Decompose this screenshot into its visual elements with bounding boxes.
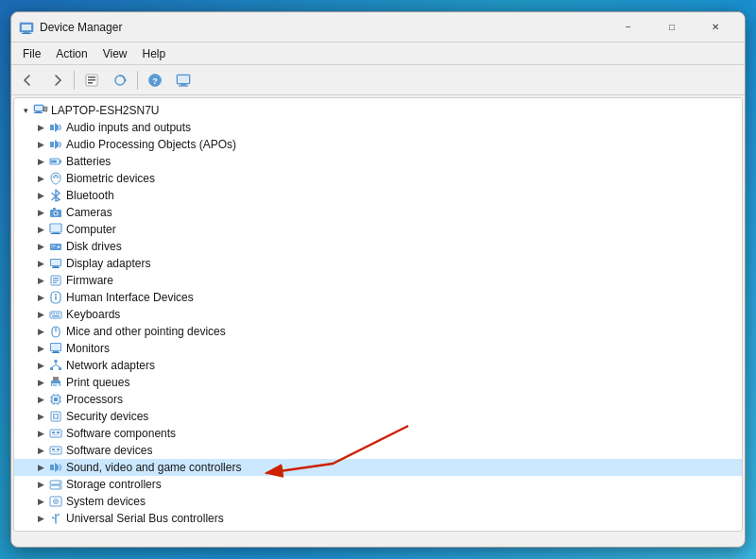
svg-point-58 xyxy=(55,329,57,330)
list-item[interactable]: ▶ Audio inputs and outputs xyxy=(14,119,742,136)
device-tree[interactable]: ▾ LAPTOP-ESH2SN7U xyxy=(13,97,743,532)
list-item[interactable]: ▶ Security devices xyxy=(14,408,742,425)
svg-rect-64 xyxy=(50,367,53,370)
expand-arrow[interactable]: ▶ xyxy=(33,324,48,339)
expand-arrow[interactable]: ▶ xyxy=(33,273,48,288)
item-label: Software components xyxy=(66,427,176,440)
item-label: Audio Processing Objects (APOs) xyxy=(66,138,236,151)
hid-icon xyxy=(48,290,63,305)
expand-arrow[interactable]: ▶ xyxy=(33,222,48,237)
svg-rect-107 xyxy=(52,517,54,519)
item-label: Processors xyxy=(66,393,123,406)
sound-icon xyxy=(48,460,63,475)
svg-rect-3 xyxy=(22,33,31,34)
expand-arrow[interactable]: ▶ xyxy=(33,426,48,441)
app-icon xyxy=(19,20,34,35)
list-item[interactable]: ▶ Biometric devices xyxy=(14,170,742,187)
item-label: Universal Serial Bus controllers xyxy=(66,512,224,525)
list-item[interactable]: ▶ Software devices xyxy=(14,442,742,459)
list-item[interactable]: ▶ Software components xyxy=(14,425,742,442)
expand-arrow[interactable]: ▶ xyxy=(33,409,48,424)
svg-rect-52 xyxy=(54,313,56,315)
expand-arrow[interactable]: ▶ xyxy=(33,460,48,475)
list-item[interactable]: ▶ Monitors xyxy=(14,340,742,357)
expand-arrow[interactable]: ▶ xyxy=(33,511,48,526)
close-button[interactable]: ✕ xyxy=(694,12,737,42)
svg-rect-23 xyxy=(50,142,54,147)
svg-rect-46 xyxy=(53,282,57,283)
expand-arrow[interactable]: ▶ xyxy=(33,307,48,322)
expand-arrow[interactable]: ▶ xyxy=(33,341,48,356)
biometric-icon xyxy=(48,171,63,186)
svg-rect-21 xyxy=(44,108,46,110)
svg-line-67 xyxy=(52,365,57,368)
item-label: System devices xyxy=(66,495,146,508)
svg-point-99 xyxy=(59,486,60,488)
expand-arrow[interactable]: ▶ xyxy=(33,171,48,186)
computer-icon xyxy=(33,103,48,118)
expand-arrow[interactable]: ▶ xyxy=(33,137,48,152)
list-item[interactable]: ▶ Universal Serial Bus controllers xyxy=(14,510,742,527)
help-button[interactable]: ? xyxy=(142,68,168,93)
list-item[interactable]: ▶ Mice and other pointing devices xyxy=(14,323,742,340)
toolbar-separator-2 xyxy=(137,71,138,90)
item-label: Keyboards xyxy=(66,308,120,321)
list-item[interactable]: ▶ Network adapters xyxy=(14,357,742,374)
list-item[interactable]: ▶ Firmware xyxy=(14,272,742,289)
menu-file[interactable]: File xyxy=(15,45,48,62)
toolbar-separator-1 xyxy=(74,71,75,90)
list-item[interactable]: ▶ System devices xyxy=(14,493,742,510)
expand-arrow[interactable]: ▶ xyxy=(33,188,48,203)
list-item[interactable]: ▶ Disk drives xyxy=(14,238,742,255)
expand-arrow[interactable]: ▶ xyxy=(33,494,48,509)
maximize-button[interactable]: □ xyxy=(650,12,694,42)
list-item[interactable]: ▶ Audio Processing Objects (APOs) xyxy=(14,136,742,153)
list-item[interactable]: ▶ Print queues xyxy=(14,374,742,391)
svg-line-68 xyxy=(56,365,60,368)
list-item[interactable]: ▶ Keyboards xyxy=(14,306,742,323)
battery-icon xyxy=(48,154,63,169)
svg-rect-49 xyxy=(55,296,57,300)
expand-arrow[interactable]: ▶ xyxy=(33,239,48,254)
expand-arrow[interactable]: ▶ xyxy=(33,443,48,458)
minimize-button[interactable]: − xyxy=(607,12,650,42)
item-label: Network adapters xyxy=(66,359,155,372)
expand-arrow[interactable]: ▶ xyxy=(33,477,48,492)
expand-arrow[interactable]: ▶ xyxy=(33,392,48,407)
list-item[interactable]: ▶ xyxy=(14,391,742,408)
expand-arrow[interactable]: ▶ xyxy=(33,120,48,135)
menu-help[interactable]: Help xyxy=(135,45,174,62)
list-item[interactable]: ▶ Batteries xyxy=(14,153,742,170)
list-item[interactable]: ▶ Human Interface Devices xyxy=(14,289,742,306)
svg-rect-91 xyxy=(50,447,61,454)
expand-icon[interactable]: ▾ xyxy=(18,103,33,118)
tree-root-item[interactable]: ▾ LAPTOP-ESH2SN7U xyxy=(14,102,742,119)
menu-view[interactable]: View xyxy=(95,45,135,62)
menu-action[interactable]: Action xyxy=(48,45,94,62)
svg-rect-5 xyxy=(88,76,95,78)
list-item[interactable]: ▶ Computer xyxy=(14,221,742,238)
svg-point-29 xyxy=(55,212,58,215)
expand-arrow[interactable]: ▶ xyxy=(33,375,48,390)
svg-rect-65 xyxy=(59,367,61,370)
audio-icon xyxy=(48,120,63,135)
expand-arrow[interactable]: ▶ xyxy=(33,154,48,169)
back-button[interactable] xyxy=(15,68,42,93)
forward-button[interactable] xyxy=(43,68,70,93)
list-item[interactable]: ▶ Sound, video and game controllers xyxy=(14,459,742,476)
list-item[interactable]: ▶ Display adapters xyxy=(14,255,742,272)
monitor-button[interactable] xyxy=(170,68,197,93)
scan-button[interactable] xyxy=(107,68,133,93)
list-item[interactable]: ▶ Bluetooth xyxy=(14,187,742,204)
svg-rect-18 xyxy=(36,111,41,112)
expand-arrow[interactable]: ▶ xyxy=(33,205,48,220)
keyboard-icon xyxy=(48,307,63,322)
properties-button[interactable] xyxy=(78,68,105,93)
svg-rect-94 xyxy=(52,451,60,452)
list-item[interactable]: ▶ Cameras xyxy=(14,204,742,221)
list-item[interactable]: ▶ Storage controllers xyxy=(14,476,742,493)
svg-rect-50 xyxy=(50,312,61,318)
expand-arrow[interactable]: ▶ xyxy=(33,290,48,305)
expand-arrow[interactable]: ▶ xyxy=(33,358,48,373)
expand-arrow[interactable]: ▶ xyxy=(33,256,48,271)
